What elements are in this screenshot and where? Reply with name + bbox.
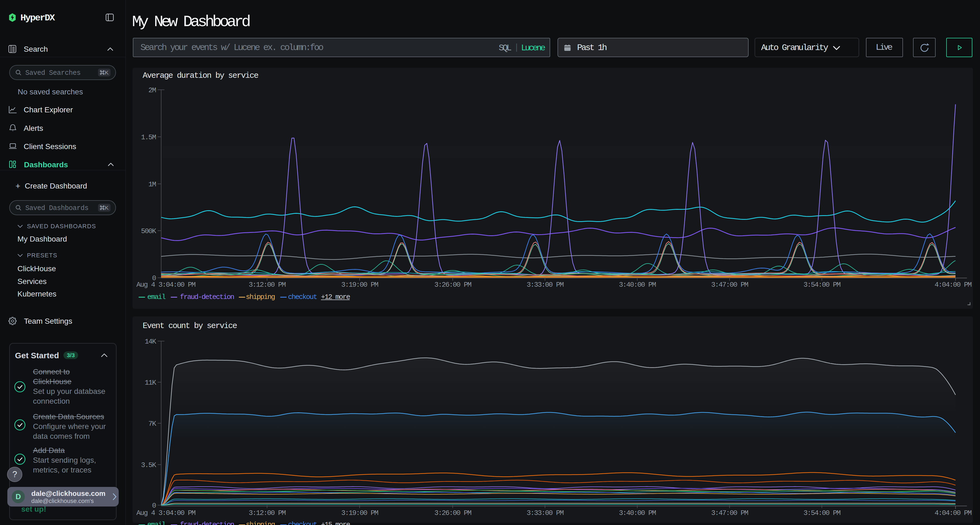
svg-text:4:04:00 PM: 4:04:00 PM [935, 281, 972, 289]
svg-text:3:47:00 PM: 3:47:00 PM [711, 281, 748, 289]
svg-text:14K: 14K [145, 338, 156, 346]
svg-text:3:54:00 PM: 3:54:00 PM [803, 281, 840, 289]
svg-text:1.5M: 1.5M [141, 133, 156, 141]
svg-text:3:19:00 PM: 3:19:00 PM [341, 509, 378, 517]
svg-text:3:47:00 PM: 3:47:00 PM [711, 509, 748, 517]
svg-text:3:40:00 PM: 3:40:00 PM [619, 281, 656, 289]
svg-text:500K: 500K [141, 227, 156, 235]
svg-text:3:33:00 PM: 3:33:00 PM [527, 509, 563, 517]
svg-text:3:12:00 PM: 3:12:00 PM [248, 509, 286, 517]
svg-text:7K: 7K [148, 420, 156, 428]
svg-text:Aug 4 3:04:00 PM: Aug 4 3:04:00 PM [136, 281, 196, 289]
svg-text:3:26:00 PM: 3:26:00 PM [434, 281, 471, 289]
svg-text:0: 0 [152, 501, 156, 510]
svg-text:4:04:00 PM: 4:04:00 PM [935, 509, 972, 517]
svg-text:3:40:00 PM: 3:40:00 PM [619, 509, 656, 517]
svg-text:3:26:00 PM: 3:26:00 PM [434, 509, 471, 517]
svg-text:11K: 11K [145, 379, 156, 387]
svg-text:3.5K: 3.5K [141, 461, 156, 469]
svg-text:1M: 1M [148, 180, 156, 189]
svg-text:3:12:00 PM: 3:12:00 PM [248, 281, 286, 289]
svg-text:Aug 4 3:04:00 PM: Aug 4 3:04:00 PM [136, 509, 196, 517]
svg-text:3:19:00 PM: 3:19:00 PM [341, 281, 378, 289]
svg-text:3:54:00 PM: 3:54:00 PM [803, 509, 840, 517]
svg-text:3:33:00 PM: 3:33:00 PM [527, 281, 563, 289]
svg-text:2M: 2M [148, 86, 156, 94]
